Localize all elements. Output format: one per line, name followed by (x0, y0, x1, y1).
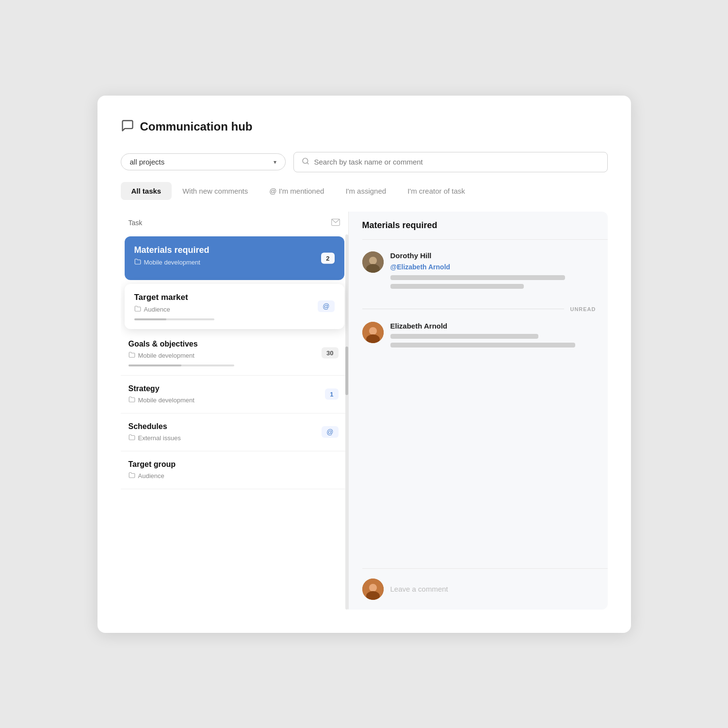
avatar-user (362, 579, 384, 600)
comment-line (390, 275, 565, 280)
envelope-icon (331, 217, 340, 229)
task-badge: 30 (322, 347, 338, 359)
task-badge-at: @ (322, 426, 338, 438)
comment-author: Elizabeth Arnold (390, 322, 596, 330)
folder-icon (134, 305, 141, 314)
task-badge-at: @ (318, 300, 334, 312)
project-select[interactable]: all projects ▾ (121, 153, 286, 170)
folder-icon (129, 434, 135, 442)
tab-with-new-comments[interactable]: With new comments (172, 182, 259, 200)
comment-line (390, 284, 524, 289)
svg-point-10 (369, 584, 377, 592)
task-name: Target group (129, 460, 340, 469)
task-name: Target market (134, 293, 335, 302)
task-card-materials-required[interactable]: Materials required Mobile development 2 (125, 236, 344, 280)
mention-text: @Elizabeth Arnold (390, 263, 451, 271)
chat-icon (121, 119, 134, 134)
svg-point-4 (369, 257, 377, 265)
unread-line (362, 309, 565, 309)
task-card-target-market[interactable]: Target market Audience @ (125, 284, 344, 329)
task-badge: 2 (321, 252, 334, 264)
progress-bar (134, 318, 214, 320)
search-box (293, 152, 608, 172)
task-project-name: Audience (144, 306, 170, 313)
comment-author: Dorothy Hill (390, 251, 596, 260)
scrollbar-thumb (345, 347, 348, 395)
comment-body: Dorothy Hill @Elizabeth Arnold (390, 251, 596, 293)
task-card-strategy[interactable]: Strategy Mobile development 1 (121, 376, 348, 414)
detail-panel: Materials required Dorothy Hill (349, 212, 608, 610)
task-project-name: External issues (138, 434, 181, 442)
app-container: Communication hub all projects ▾ All tas… (97, 96, 631, 633)
comment-line (390, 343, 576, 347)
page-title: Communication hub (140, 120, 253, 133)
tab-creator[interactable]: I'm creator of task (397, 182, 476, 200)
page-header: Communication hub (121, 119, 608, 134)
comment-item: Elizabeth Arnold (362, 322, 608, 351)
task-project-name: Audience (138, 472, 164, 480)
folder-icon (134, 258, 141, 266)
scrollbar[interactable] (345, 234, 348, 610)
task-project-name: Mobile development (138, 352, 194, 359)
task-panel: Task Materials required (121, 212, 349, 610)
task-project-name: Mobile development (144, 259, 200, 266)
unread-label: UNREAD (570, 306, 596, 312)
folder-icon (129, 472, 135, 480)
chevron-down-icon: ▾ (274, 159, 276, 165)
task-project: Mobile development (129, 351, 340, 360)
tab-assigned[interactable]: I'm assigned (335, 182, 397, 200)
task-badge: 1 (325, 389, 338, 400)
comment-mention: @Elizabeth Arnold (390, 263, 596, 271)
project-select-label: all projects (130, 158, 165, 166)
controls-row: all projects ▾ (121, 152, 608, 172)
task-project: External issues (129, 434, 340, 442)
task-project: Mobile development (134, 258, 335, 266)
comment-input-area: Leave a comment (362, 568, 608, 610)
task-column-label: Task (129, 219, 143, 227)
unread-divider: UNREAD (362, 306, 596, 312)
task-list: Materials required Mobile development 2 … (121, 234, 348, 610)
folder-icon (129, 396, 135, 404)
task-project-name: Mobile development (138, 397, 194, 404)
comment-body: Elizabeth Arnold (390, 322, 596, 351)
task-project: Mobile development (129, 396, 340, 404)
comment-item: Dorothy Hill @Elizabeth Arnold (362, 251, 608, 293)
task-name: Materials required (134, 245, 335, 255)
tab-mentioned[interactable]: @ I'm mentioned (259, 182, 335, 200)
detail-header: Materials required (362, 212, 608, 240)
comment-line (390, 334, 538, 339)
task-project: Audience (129, 472, 340, 480)
search-input[interactable] (314, 158, 599, 166)
detail-title: Materials required (362, 220, 437, 230)
svg-point-7 (369, 327, 377, 335)
task-name: Schedules (129, 422, 340, 431)
comments-area: Dorothy Hill @Elizabeth Arnold UNREAD (362, 240, 608, 568)
avatar (362, 251, 384, 273)
task-panel-header: Task (121, 212, 348, 234)
task-name: Goals & objectives (129, 340, 340, 348)
task-card-schedules[interactable]: Schedules External issues @ (121, 414, 348, 451)
comment-input-placeholder[interactable]: Leave a comment (390, 585, 448, 593)
task-name: Strategy (129, 384, 340, 393)
task-card-target-group[interactable]: Target group Audience (121, 451, 348, 489)
progress-bar (129, 364, 235, 366)
tabs-row: All tasks With new comments @ I'm mentio… (121, 182, 608, 200)
task-card-goals-objectives[interactable]: Goals & objectives Mobile development 30 (121, 331, 348, 376)
main-content: Task Materials required (121, 212, 608, 610)
task-project: Audience (134, 305, 335, 314)
folder-icon (129, 351, 135, 360)
svg-line-1 (307, 163, 308, 164)
tab-all-tasks[interactable]: All tasks (121, 182, 172, 200)
avatar (362, 322, 384, 343)
search-icon (302, 157, 309, 167)
